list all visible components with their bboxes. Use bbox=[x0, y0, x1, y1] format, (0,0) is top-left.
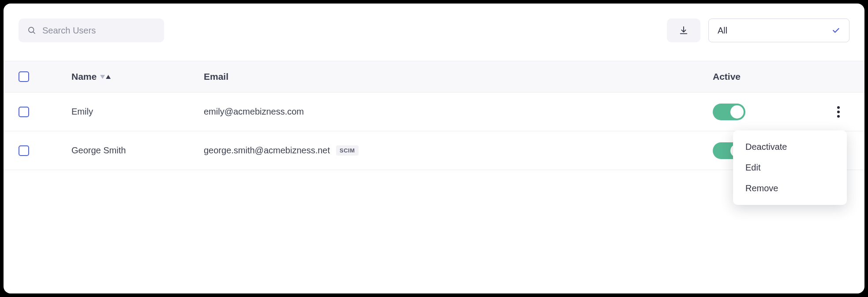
filter-select[interactable]: All bbox=[708, 19, 849, 42]
column-active-header: Active bbox=[713, 71, 741, 82]
menu-item-remove[interactable]: Remove bbox=[733, 178, 847, 199]
toolbar: All bbox=[19, 19, 849, 42]
users-panel: All Name Email Active Emily bbox=[4, 4, 864, 293]
sort-control[interactable] bbox=[100, 75, 111, 79]
row-checkbox[interactable] bbox=[19, 145, 29, 156]
check-icon bbox=[831, 26, 840, 35]
active-toggle[interactable] bbox=[713, 104, 745, 120]
search-icon bbox=[27, 26, 36, 35]
row-checkbox[interactable] bbox=[19, 107, 29, 117]
table-header: Name Email Active bbox=[4, 61, 864, 93]
search-field-wrap[interactable] bbox=[19, 19, 164, 42]
menu-item-deactivate[interactable]: Deactivate bbox=[733, 137, 847, 157]
svg-marker-3 bbox=[106, 75, 111, 79]
svg-point-0 bbox=[29, 27, 34, 33]
filter-selected-label: All bbox=[718, 26, 727, 36]
user-email: george.smith@acmebizness.net bbox=[204, 145, 330, 156]
table-row: Emily emily@acmebizness.com bbox=[4, 93, 864, 131]
user-name: George Smith bbox=[71, 145, 126, 156]
user-name: Emily bbox=[71, 107, 93, 117]
select-all-checkbox[interactable] bbox=[19, 71, 29, 82]
row-actions-menu: Deactivate Edit Remove bbox=[733, 130, 847, 205]
row-actions-button[interactable] bbox=[832, 104, 845, 120]
download-button[interactable] bbox=[667, 19, 700, 42]
scim-badge: SCIM bbox=[336, 145, 359, 156]
download-icon bbox=[679, 26, 688, 35]
search-input[interactable] bbox=[42, 26, 155, 36]
menu-item-edit[interactable]: Edit bbox=[733, 157, 847, 178]
toggle-knob bbox=[730, 105, 744, 119]
column-email-header: Email bbox=[204, 71, 228, 82]
user-email: emily@acmebizness.com bbox=[204, 107, 304, 117]
sort-asc-icon bbox=[106, 75, 111, 79]
column-name-header[interactable]: Name bbox=[71, 71, 97, 82]
svg-line-1 bbox=[33, 32, 35, 33]
svg-marker-2 bbox=[100, 75, 105, 79]
sort-desc-icon bbox=[100, 75, 105, 79]
